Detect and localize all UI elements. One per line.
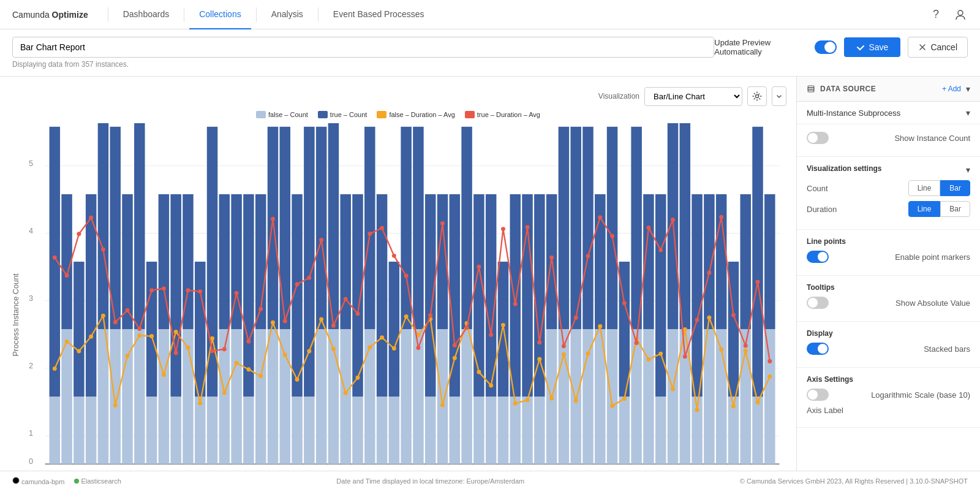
svg-rect-125: [643, 329, 654, 464]
svg-point-271: [13, 477, 19, 484]
svg-point-239: [440, 221, 445, 226]
svg-rect-88: [413, 127, 423, 329]
enable-point-markers-row: Enable point markers: [807, 251, 970, 263]
panel-header: DATA SOURCE + Add ▾: [797, 77, 980, 102]
datasource-collapse-button[interactable]: ▾: [966, 108, 970, 118]
help-icon[interactable]: ?: [929, 7, 943, 22]
user-icon[interactable]: 2022-10-25 16:09:412022-10-25 16:09:4220…: [953, 7, 968, 22]
legend-color-0: [256, 111, 266, 118]
axis-settings-title: Axis Settings: [807, 375, 970, 384]
duration-bar-button[interactable]: Bar: [940, 201, 970, 217]
svg-rect-106: [522, 194, 532, 397]
footer-source2: Elasticsearch: [74, 477, 121, 485]
svg-rect-119: [607, 329, 617, 464]
count-line-button[interactable]: Line: [908, 180, 941, 196]
cancel-button[interactable]: Cancel: [908, 37, 968, 58]
nav-divider-3: [256, 7, 257, 22]
viz-gear-button[interactable]: [747, 86, 767, 106]
viz-chevron-button[interactable]: [772, 86, 786, 106]
svg-rect-89: [425, 397, 435, 464]
svg-point-0: [958, 10, 963, 15]
page-header: Update Preview Automatically Save Cancel…: [0, 29, 980, 77]
legend-label-1: true – Count: [330, 111, 368, 118]
svg-rect-144: [752, 127, 763, 397]
svg-point-219: [198, 289, 202, 294]
svg-text:Process Instance Count: Process Instance Count: [11, 273, 20, 357]
report-title-input[interactable]: [12, 37, 714, 58]
svg-rect-71: [316, 329, 326, 464]
svg-point-222: [235, 291, 239, 295]
elastic-dot: [74, 479, 79, 484]
viz-settings-collapse[interactable]: ▾: [966, 165, 970, 175]
svg-point-184: [501, 323, 505, 327]
svg-point-224: [258, 307, 263, 311]
svg-rect-104: [510, 194, 521, 397]
svg-rect-65: [280, 329, 290, 464]
svg-point-249: [562, 344, 566, 348]
show-instance-count-toggle[interactable]: [807, 132, 829, 144]
add-datasource-button[interactable]: + Add: [942, 85, 961, 93]
save-button[interactable]: Save: [844, 37, 900, 57]
svg-rect-63: [268, 329, 278, 464]
nav-item-dashboards[interactable]: Dashboards: [113, 0, 179, 29]
svg-point-196: [646, 357, 650, 362]
nav-item-analysis[interactable]: Analysis: [262, 0, 313, 29]
update-preview-toggle[interactable]: [815, 40, 837, 54]
legend-color-3: [465, 111, 475, 118]
legend-item-1: true – Count: [318, 111, 368, 118]
app-brand: Camunda Optimize: [12, 10, 88, 20]
svg-rect-123: [631, 329, 641, 464]
svg-rect-43: [146, 397, 157, 464]
viz-select[interactable]: Bar/Line Chart Bar Chart Line Chart Numb…: [644, 87, 742, 106]
legend-label-3: true – Duration – Avg: [477, 111, 540, 118]
svg-point-169: [319, 317, 323, 322]
svg-point-190: [574, 398, 578, 403]
viz-controls: Visualization Bar/Line Chart Bar Chart L…: [10, 86, 786, 106]
svg-rect-83: [389, 397, 399, 464]
svg-point-246: [526, 225, 530, 229]
svg-rect-70: [304, 127, 314, 397]
duration-btn-group: Line Bar: [908, 201, 970, 217]
svg-rect-81: [377, 397, 387, 464]
nav-item-event-based[interactable]: Event Based Processes: [323, 0, 434, 29]
collapse-panel-button[interactable]: ▾: [966, 84, 970, 94]
svg-rect-95: [461, 329, 472, 464]
svg-rect-103: [510, 397, 521, 464]
enable-point-markers-toggle[interactable]: [807, 251, 829, 263]
svg-point-194: [622, 397, 627, 401]
svg-point-13: [756, 95, 759, 98]
count-bar-button[interactable]: Bar: [940, 180, 970, 196]
datasource-row: Multi-Instance Subprocess ▾: [797, 102, 980, 124]
stacked-bars-toggle[interactable]: [807, 343, 829, 355]
svg-text:0: 0: [29, 457, 33, 466]
svg-point-230: [331, 324, 336, 328]
chart-wrapper: 5 4 3 2 1 0 Process Instance Count: [10, 123, 786, 471]
svg-point-221: [222, 347, 227, 351]
svg-point-226: [283, 319, 287, 323]
svg-point-155: [149, 334, 154, 338]
right-panel: DATA SOURCE + Add ▾ Multi-Instance Subpr…: [796, 77, 980, 471]
svg-rect-77: [352, 397, 363, 464]
svg-rect-44: [146, 262, 157, 397]
svg-rect-96: [461, 127, 472, 329]
footer: camunda-bpm Elasticsearch Date and Time …: [0, 471, 980, 486]
header-row: Update Preview Automatically Save Cancel: [12, 37, 968, 58]
svg-rect-127: [655, 397, 666, 464]
svg-point-233: [368, 232, 372, 236]
header-actions: Update Preview Automatically Save Cancel: [714, 37, 968, 58]
svg-rect-53: [207, 397, 217, 464]
logarithmic-scale-toggle[interactable]: [807, 389, 829, 401]
duration-line-button[interactable]: Line: [908, 201, 941, 217]
svg-point-200: [695, 408, 699, 412]
svg-rect-143: [752, 397, 763, 464]
svg-rect-57: [231, 329, 241, 464]
count-btn-group: Line Bar: [908, 180, 970, 196]
show-absolute-value-toggle[interactable]: [807, 297, 829, 309]
svg-rect-101: [498, 397, 508, 464]
svg-rect-134: [692, 194, 702, 397]
svg-text:3: 3: [29, 294, 33, 303]
nav-item-collections[interactable]: Collections: [189, 0, 251, 29]
svg-point-157: [174, 330, 178, 334]
stacked-bars-row: Stacked bars: [807, 343, 970, 355]
svg-rect-80: [364, 127, 375, 329]
